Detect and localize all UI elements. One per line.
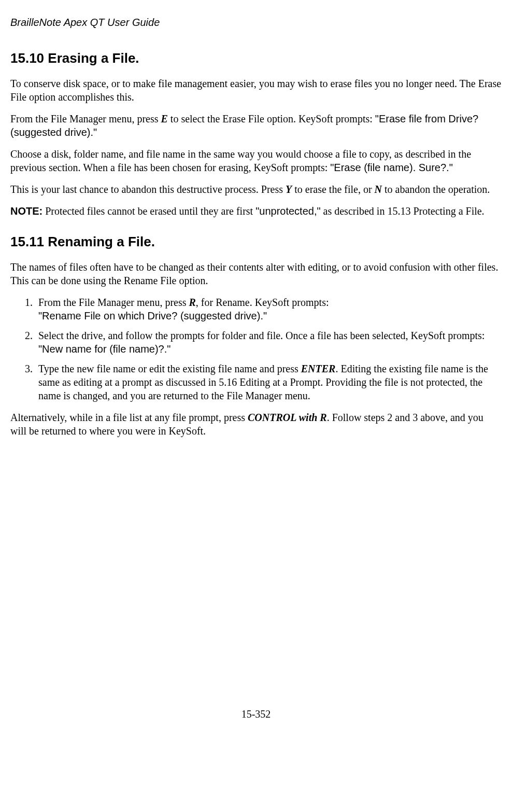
section-heading-renaming: 15.11 Renaming a File. — [10, 233, 502, 251]
key-label: CONTROL with R — [248, 412, 327, 423]
text: as described in 15.13 Protecting a File. — [321, 205, 485, 217]
text: From the File Manager menu, press — [38, 297, 189, 308]
text: Alternatively, while in a file list at a… — [10, 412, 248, 423]
section-heading-erasing: 15.10 Erasing a File. — [10, 50, 502, 67]
document-header: BrailleNote Apex QT User Guide — [10, 16, 502, 29]
note-label: NOTE: — [10, 205, 42, 217]
text: This is your last chance to abandon this… — [10, 184, 286, 195]
key-label: Y — [286, 184, 292, 195]
paragraph: To conserve disk space, or to make file … — [10, 77, 502, 104]
list-item: From the File Manager menu, press R, for… — [35, 296, 502, 323]
text: , for Rename. KeySoft prompts: — [196, 297, 329, 308]
paragraph: Choose a disk, folder name, and file nam… — [10, 147, 502, 174]
text: Select the drive, and follow the prompts… — [38, 330, 485, 341]
text: to erase the file, or — [292, 184, 374, 195]
key-label: N — [375, 184, 382, 195]
note-paragraph: NOTE: Protected files cannot be erased u… — [10, 204, 502, 218]
text: to select the Erase File option. KeySoft… — [168, 113, 375, 124]
prompt-text: "Rename File on which Drive? (suggested … — [38, 310, 267, 321]
text: From the File Manager menu, press — [10, 113, 161, 124]
text: Type the new file name or edit the exist… — [38, 363, 301, 374]
paragraph: The names of files often have to be chan… — [10, 260, 502, 287]
text: to abandon the operation. — [382, 184, 490, 195]
paragraph: From the File Manager menu, press E to s… — [10, 112, 502, 139]
key-label: R — [189, 297, 196, 308]
page-number: 15-352 — [10, 707, 502, 721]
prompt-text: "New name for (file name)?." — [38, 343, 170, 355]
list-item: Type the new file name or edit the exist… — [35, 362, 502, 402]
paragraph: This is your last chance to abandon this… — [10, 183, 502, 196]
key-label: ENTER — [301, 363, 336, 374]
prompt-text: "Erase (file name). Sure?." — [330, 162, 453, 173]
list-item: Select the drive, and follow the prompts… — [35, 329, 502, 356]
paragraph: Alternatively, while in a file list at a… — [10, 411, 502, 438]
prompt-text: "unprotected," — [255, 205, 320, 217]
key-label: E — [161, 113, 168, 124]
ordered-list: From the File Manager menu, press R, for… — [10, 296, 502, 402]
text: Protected files cannot be erased until t… — [42, 205, 255, 217]
